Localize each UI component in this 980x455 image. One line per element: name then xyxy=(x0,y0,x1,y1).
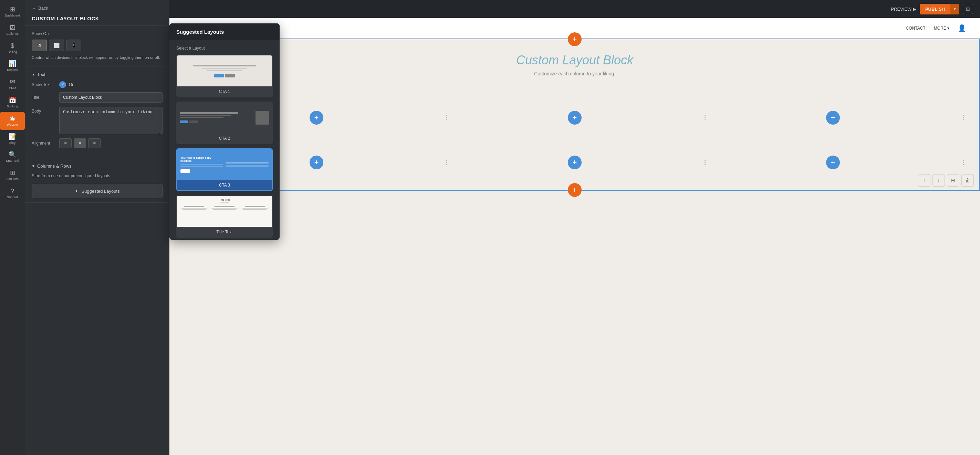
sidebar-item-website[interactable]: ◉ Website xyxy=(0,112,25,130)
modal-body: Select a Layout CTA 1 xyxy=(169,40,280,240)
layout-card-cta2[interactable]: CTA 2 xyxy=(176,101,273,144)
block-title: Custom Layout Block xyxy=(191,53,959,67)
col1-row2-dots-menu[interactable] xyxy=(446,160,447,165)
suggested-layouts-modal: Suggested Layouts Select a Layout CTA 1 xyxy=(169,24,280,240)
show-on-section: Show On 🖥 ⬜ 📱 Control which devices this… xyxy=(25,26,169,67)
sidebar-label: Reports xyxy=(7,68,18,72)
columns-rows-description: Start from one of our preconfigured layo… xyxy=(32,173,162,179)
sidebar-item-selling[interactable]: $ Selling xyxy=(0,39,25,57)
modal-header: Suggested Layouts xyxy=(169,24,280,40)
canvas-wrapper: MARK PHOTOGRAPHY CONTACT MORE ▾ 👤 + Cust… xyxy=(169,18,980,455)
sidebar-label: Booking xyxy=(7,105,18,108)
body-input[interactable]: Customize each column to your liking. xyxy=(59,107,162,134)
align-left-button[interactable]: ≡ xyxy=(59,138,72,148)
sidebar-label: Support xyxy=(7,195,18,199)
move-up-button[interactable]: ↑ xyxy=(918,174,931,187)
suggested-layouts-button[interactable]: ✦ Suggested Layouts xyxy=(32,184,162,198)
columns-rows-arrow-icon: ▼ xyxy=(32,164,35,168)
sidebar-item-seo[interactable]: 🔍 SEO Tool xyxy=(0,148,25,166)
add-content-col1-row1-button[interactable]: + xyxy=(310,111,323,125)
sidebar-label: Website xyxy=(7,123,18,127)
back-label: Back xyxy=(38,5,48,11)
sidebar-item-addons[interactable]: ⊞ Add-Ons xyxy=(0,166,25,184)
show-text-toggle[interactable]: ✓ On xyxy=(59,81,75,88)
title-label: Title xyxy=(32,95,56,100)
align-center-button[interactable]: ≡ xyxy=(74,138,86,148)
col2-row1-dots-menu[interactable] xyxy=(705,115,706,120)
cta1-preview xyxy=(177,55,272,86)
preview-button[interactable]: PREVIEW ▶ xyxy=(891,6,916,12)
show-text-row: Show Text ✓ On xyxy=(32,81,162,88)
col1-row1-dots-menu[interactable] xyxy=(446,115,447,120)
add-content-col2-row2-button[interactable]: + xyxy=(568,155,582,169)
text-section-header[interactable]: ▼ Text xyxy=(32,72,162,77)
main-area: PREVIEW ▶ PUBLISH ▾ ⊞ MARK PHOTOGRAPHY C… xyxy=(169,0,980,455)
title-input[interactable] xyxy=(59,92,162,103)
sidebar-item-support[interactable]: ? Support xyxy=(0,184,25,203)
sidebar-item-blog[interactable]: 📝 Blog xyxy=(0,130,25,148)
add-block-below-button[interactable]: + xyxy=(568,183,582,197)
alignment-label: Alignment xyxy=(32,141,56,146)
add-block-above-button[interactable]: + xyxy=(568,32,582,46)
galleries-icon: 🖼 xyxy=(9,24,16,31)
nav-more-link[interactable]: MORE ▾ xyxy=(934,26,949,31)
col2-row2-dots-menu[interactable] xyxy=(705,160,706,165)
sidebar-item-dashboard[interactable]: ⊞ Dashboard xyxy=(0,3,25,21)
text-section-label: Text xyxy=(37,72,45,77)
nav-links: CONTACT MORE ▾ 👤 xyxy=(906,24,966,32)
sidebar-label: SEO Tool xyxy=(6,159,19,163)
column-2-2: + xyxy=(449,149,700,176)
nav-user-icon[interactable]: 👤 xyxy=(958,24,966,32)
add-content-col2-row1-button[interactable]: + xyxy=(568,111,582,125)
layout-card-cta1[interactable]: CTA 1 xyxy=(176,55,273,97)
align-right-button[interactable]: ≡ xyxy=(88,138,100,148)
suggested-layouts-label: Suggested Layouts xyxy=(81,189,119,194)
duplicate-button[interactable]: ⊞ xyxy=(947,174,959,187)
desktop-toggle[interactable]: 🖥 xyxy=(32,40,47,51)
cta1-name: CTA 1 xyxy=(177,86,272,97)
sidebar-item-crm[interactable]: ✉ CRM xyxy=(0,75,25,94)
add-content-col3-row1-button[interactable]: + xyxy=(826,111,840,125)
tablet-toggle[interactable]: ⬜ xyxy=(49,40,64,51)
show-on-description: Control which devices this block will ap… xyxy=(32,55,162,60)
modal-title: Suggested Layouts xyxy=(176,29,224,35)
selling-icon: $ xyxy=(11,43,14,49)
sidebar-item-booking[interactable]: 📅 Booking xyxy=(0,94,25,112)
alignment-row: Alignment ≡ ≡ ≡ xyxy=(32,138,162,148)
crm-icon: ✉ xyxy=(10,79,15,85)
mobile-toggle[interactable]: 📱 xyxy=(66,40,81,51)
move-down-button[interactable]: ↓ xyxy=(932,174,945,187)
sidebar-label: CRM xyxy=(9,86,16,90)
cta3-name: CTA 3 xyxy=(177,180,272,190)
left-panel: ← Back CUSTOM LAYOUT BLOCK Show On 🖥 ⬜ 📱… xyxy=(25,0,169,455)
expand-button[interactable]: ⊞ xyxy=(963,4,973,14)
sidebar-label: Add-Ons xyxy=(6,177,19,181)
preview-label: PREVIEW ▶ xyxy=(891,6,916,12)
publish-dropdown-button[interactable]: ▾ xyxy=(950,4,959,14)
sidebar-item-galleries[interactable]: 🖼 Galleries xyxy=(0,21,25,39)
sidebar-item-reports[interactable]: 📊 Reports xyxy=(0,57,25,75)
back-arrow-icon: ← xyxy=(32,5,36,11)
toggle-on-label: On xyxy=(69,82,75,87)
cta2-name: CTA 2 xyxy=(177,133,272,144)
layout-card-cta3[interactable]: Your call to action copy headline. CTA 3 xyxy=(176,148,273,191)
add-content-col3-row2-button[interactable]: + xyxy=(826,155,840,169)
blog-icon: 📝 xyxy=(9,133,16,140)
col3-row2-dots-menu[interactable] xyxy=(963,160,964,165)
nav-contact-link[interactable]: CONTACT xyxy=(906,26,926,31)
columns-rows-header[interactable]: ▼ Columns & Rows xyxy=(32,163,162,169)
show-on-label: Show On xyxy=(32,31,162,36)
column-1-2: + xyxy=(449,104,700,132)
back-button[interactable]: ← Back xyxy=(32,5,162,11)
modal-select-label: Select a Layout xyxy=(176,46,273,51)
col3-row1-dots-menu[interactable] xyxy=(963,115,964,120)
toggle-check-icon[interactable]: ✓ xyxy=(59,81,66,88)
column-2-3: + xyxy=(707,149,959,176)
add-content-col1-row2-button[interactable]: + xyxy=(310,155,323,169)
layout-card-title-text[interactable]: Title Text Subtitle text xyxy=(176,195,273,238)
publish-button[interactable]: PUBLISH xyxy=(920,4,950,14)
website-icon: ◉ xyxy=(10,115,15,122)
title-text-preview: Title Text Subtitle text xyxy=(177,196,272,227)
reports-icon: 📊 xyxy=(9,60,16,67)
delete-button[interactable]: 🗑 xyxy=(961,174,974,187)
